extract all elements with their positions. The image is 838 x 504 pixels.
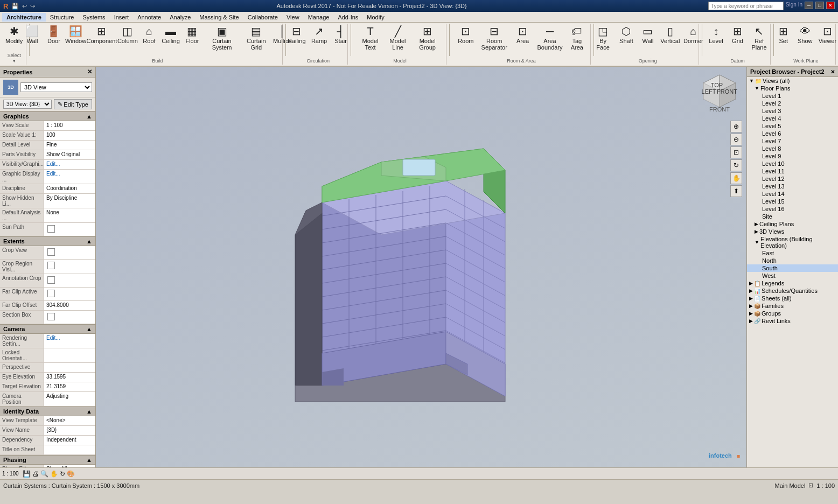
menu-item-architecture[interactable]: Architecture [2, 13, 46, 22]
tree-item-site[interactable]: Site [747, 213, 838, 220]
quick-access-save[interactable]: 💾 [11, 3, 19, 10]
tree-item-level15[interactable]: Level 15 [747, 198, 838, 205]
menu-item-massing[interactable]: Massing & Site [195, 13, 243, 22]
tree-item-west[interactable]: West [747, 272, 838, 279]
minimize-btn[interactable]: ─ [805, 2, 813, 9]
tree-item-floor-plans[interactable]: ▼ Floor Plans [747, 85, 838, 92]
viewport[interactable]: TOP LEFT FRONT FRONT ⊕ ⊖ ⊡ ↻ ✋ ⬆ infotec… [96, 67, 746, 467]
ribbon-btn-model-text[interactable]: T Model Text [357, 25, 383, 52]
sign-in-btn[interactable]: Sign In [786, 2, 802, 10]
maximize-btn[interactable]: □ [815, 2, 824, 9]
toolbar-zoom-icon[interactable]: 🔍 [40, 470, 48, 478]
ribbon-btn-set[interactable]: ⊞ Set [773, 25, 794, 45]
toolbar-save-icon[interactable]: 💾 [23, 470, 31, 478]
tree-item-elevations[interactable]: ▼ Elevations (Building Elevation) [747, 235, 838, 249]
menu-item-manage[interactable]: Manage [304, 13, 334, 22]
ribbon-btn-by-face[interactable]: ◳ By Face [591, 25, 615, 52]
sun-path-checkbox[interactable] [47, 225, 55, 233]
section-header-extents[interactable]: Extents ▲ [0, 236, 95, 246]
ribbon-btn-show[interactable]: 👁 Show [795, 25, 815, 45]
ribbon-btn-floor[interactable]: ▦ Floor [182, 25, 202, 45]
quick-access-redo[interactable]: ↪ [30, 3, 35, 10]
ribbon-btn-railing[interactable]: ⊟ Railing [285, 25, 308, 45]
zoom-fit-btn[interactable]: ⊡ [730, 146, 742, 158]
tree-expand-families[interactable]: ▶ [749, 303, 753, 309]
properties-close-icon[interactable]: ✕ [87, 68, 92, 75]
ribbon-btn-grid[interactable]: ⊞ Grid [727, 25, 748, 45]
browser-close-icon[interactable]: ✕ [830, 69, 835, 75]
section-header-camera[interactable]: Camera ▲ [0, 324, 95, 334]
ribbon-btn-stair[interactable]: ┤ Stair [331, 25, 351, 45]
tree-item-level8[interactable]: Level 8 [747, 145, 838, 152]
quick-access-undo[interactable]: ↩ [22, 3, 27, 10]
tree-item-south[interactable]: South [747, 264, 838, 272]
tree-item-revit-links[interactable]: ▶ 🔗 Revit Links [747, 317, 838, 325]
tree-item-level5[interactable]: Level 5 [747, 122, 838, 130]
ribbon-btn-wall[interactable]: ⬜ Wall [22, 25, 43, 45]
crop-region-checkbox[interactable] [47, 262, 55, 269]
ribbon-btn-roof[interactable]: ⌂ Roof [139, 25, 159, 45]
tree-item-level12[interactable]: Level 12 [747, 175, 838, 183]
section-box-checkbox[interactable] [47, 313, 55, 320]
tree-expand-floor-plans[interactable]: ▼ [755, 86, 759, 91]
tree-item-level14[interactable]: Level 14 [747, 190, 838, 198]
menu-item-collaborate[interactable]: Collaborate [243, 13, 282, 22]
ribbon-btn-room[interactable]: ⊡ Room [456, 25, 476, 45]
tree-item-level11[interactable]: Level 11 [747, 167, 838, 175]
edit-type-button[interactable]: ✎ Edit Type [54, 99, 92, 109]
menu-item-systems[interactable]: Systems [78, 13, 109, 22]
tree-item-north[interactable]: North [747, 257, 838, 264]
section-header-phasing[interactable]: Phasing ▲ [0, 455, 95, 465]
ribbon-btn-area[interactable]: ⊡ Area [513, 25, 533, 45]
toolbar-pan-icon[interactable]: ✋ [50, 470, 58, 478]
tree-expand-elevations[interactable]: ▼ [755, 240, 759, 245]
tree-item-level4[interactable]: Level 4 [747, 115, 838, 122]
tree-item-ceiling-plans[interactable]: ▶ Ceiling Plans [747, 220, 838, 228]
ribbon-btn-model-group[interactable]: ⊞ Model Group [412, 25, 443, 52]
orbit-btn[interactable]: ↻ [730, 159, 742, 171]
zoom-out-btn[interactable]: ⊖ [730, 134, 742, 145]
toolbar-render-icon[interactable]: 🎨 [67, 470, 75, 478]
tree-item-level6[interactable]: Level 6 [747, 130, 838, 137]
ribbon-btn-area-boundary[interactable]: ─ Area Boundary [534, 25, 566, 52]
ribbon-btn-vertical[interactable]: ▯ Vertical [659, 25, 681, 45]
menu-item-modify[interactable]: Modify [362, 13, 388, 22]
ribbon-btn-window[interactable]: 🪟 Window [65, 25, 86, 45]
tree-item-level2[interactable]: Level 2 [747, 100, 838, 107]
ribbon-btn-dormer[interactable]: ⌂ Dormer [682, 25, 704, 45]
view-cube[interactable]: TOP LEFT FRONT FRONT [698, 72, 741, 115]
crop-view-checkbox[interactable] [47, 248, 55, 256]
tree-item-groups[interactable]: ▶ 📦 Groups [747, 310, 838, 317]
menu-item-annotate[interactable]: Annotate [133, 13, 165, 22]
ribbon-btn-curtain-grid[interactable]: ▤ Curtain Grid [241, 25, 271, 52]
tree-item-level1[interactable]: Level 1 [747, 92, 838, 100]
walk-btn[interactable]: ⬆ [730, 185, 742, 197]
annotation-crop-checkbox[interactable] [47, 276, 55, 284]
tree-item-level16[interactable]: Level 16 [747, 205, 838, 213]
ribbon-btn-level[interactable]: ↕ Level [706, 25, 726, 45]
tree-item-level9[interactable]: Level 9 [747, 152, 838, 160]
toolbar-rotate-icon[interactable]: ↻ [60, 470, 65, 478]
tree-expand-3d[interactable]: ▶ [755, 229, 758, 234]
menu-item-structure[interactable]: Structure [46, 13, 79, 22]
tree-item-level3[interactable]: Level 3 [747, 107, 838, 115]
pan-btn[interactable]: ✋ [730, 172, 742, 184]
zoom-in-btn[interactable]: ⊕ [730, 121, 742, 132]
tree-item-views[interactable]: ▼ 📁 Views (all) [747, 77, 838, 85]
menu-item-view[interactable]: View [282, 13, 304, 22]
section-header-graphics[interactable]: Graphics ▲ [0, 111, 95, 121]
tree-expand-ceiling[interactable]: ▶ [755, 221, 758, 227]
ribbon-btn-model-line[interactable]: ╱ Model Line [385, 25, 411, 52]
ribbon-btn-ref-plane[interactable]: ↖ Ref Plane [749, 25, 769, 52]
tree-expand-schedules[interactable]: ▶ [749, 288, 753, 293]
ribbon-btn-wall-opening[interactable]: ▭ Wall [638, 25, 658, 45]
ribbon-btn-viewer[interactable]: ⊡ Viewer [816, 25, 838, 45]
section-header-identity[interactable]: Identity Data ▲ [0, 407, 95, 416]
ribbon-btn-shaft[interactable]: ⬡ Shaft [616, 25, 637, 45]
view-instance-select[interactable]: 3D View: {3D} [3, 100, 52, 109]
close-btn[interactable]: ✕ [826, 2, 835, 9]
toolbar-print-icon[interactable]: 🖨 [32, 470, 39, 478]
tree-item-east[interactable]: East [747, 249, 838, 257]
menu-item-addins[interactable]: Add-Ins [333, 13, 362, 22]
tree-item-families[interactable]: ▶ 📦 Families [747, 302, 838, 310]
